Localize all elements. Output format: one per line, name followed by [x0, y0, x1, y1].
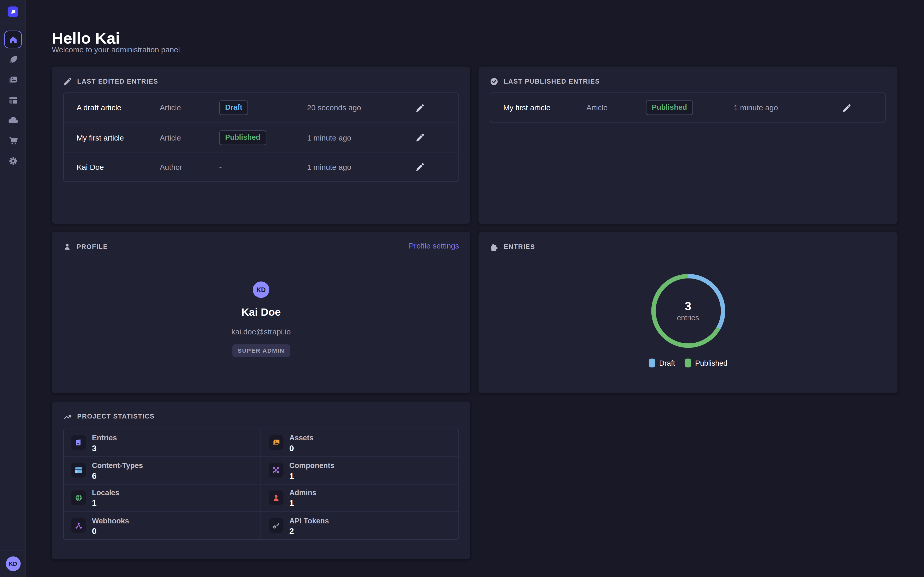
- legend-label: Draft: [659, 359, 675, 367]
- sidebar-item-media-library[interactable]: [5, 71, 21, 88]
- status-badge: Published: [219, 130, 266, 145]
- trending-up-icon: [63, 412, 72, 421]
- profile-avatar: KD: [253, 281, 269, 298]
- stat-label: Assets: [289, 434, 313, 442]
- key-icon: [269, 518, 283, 533]
- entry-time: 1 minute ago: [733, 103, 778, 112]
- chart-legend: Draft Published: [478, 358, 897, 367]
- sidebar-item-content-manager[interactable]: [5, 51, 21, 68]
- profile-settings-link[interactable]: Profile settings: [409, 241, 459, 250]
- card-title: LAST PUBLISHED ENTRIES: [504, 78, 600, 85]
- stat-value: 1: [92, 498, 97, 508]
- entry-type: Article: [160, 133, 181, 142]
- strapi-admin-dashboard: KD Hello Kai Welcome to your administrat…: [0, 0, 924, 577]
- edit-entry-button[interactable]: [415, 162, 424, 172]
- documents-icon: [71, 435, 86, 450]
- content-type-icon: [71, 463, 86, 477]
- entries-header: ENTRIES: [490, 242, 535, 251]
- stat-value: 6: [92, 471, 97, 480]
- status-badge: Draft: [219, 100, 248, 115]
- edit-entry-button[interactable]: [415, 103, 424, 113]
- stat-locales: Locales 1: [64, 484, 261, 512]
- entry-name: A draft article: [76, 103, 121, 112]
- draft-swatch-icon: [649, 358, 655, 367]
- person-icon: [63, 243, 71, 251]
- stat-label: Entries: [92, 434, 117, 442]
- table-row[interactable]: A draft article Article Draft 20 seconds…: [64, 93, 459, 122]
- cart-icon: [8, 135, 18, 145]
- stat-label: Components: [289, 461, 334, 469]
- sidebar-divider-bottom: [0, 551, 26, 551]
- entries-donut-chart: 3 entries: [651, 274, 725, 348]
- statistics-grid: Entries 3 Assets 0: [63, 429, 459, 540]
- entry-name: My first article: [76, 133, 124, 142]
- entries-total: 3: [685, 300, 691, 313]
- table-row[interactable]: My first article Article Published 1 min…: [64, 122, 459, 152]
- status-badge: Published: [646, 100, 693, 115]
- entry-name: My first article: [503, 103, 551, 112]
- legend-label: Published: [695, 359, 727, 367]
- pictures-icon: [8, 74, 18, 84]
- strapi-logo-icon[interactable]: [8, 6, 18, 17]
- published-swatch-icon: [685, 358, 691, 367]
- stat-assets: Assets 0: [261, 429, 459, 457]
- card-title: LAST EDITED ENTRIES: [77, 78, 158, 85]
- entry-time: 1 minute ago: [307, 163, 351, 171]
- sidebar-item-settings[interactable]: [5, 153, 21, 169]
- pencil-icon: [415, 133, 424, 142]
- table-row[interactable]: My first article Article Published 1 min…: [490, 93, 885, 122]
- stat-admins: Admins 1: [261, 484, 459, 512]
- layout-icon: [8, 95, 18, 105]
- card-title: ENTRIES: [504, 243, 535, 250]
- sidebar-item-content-type-builder[interactable]: [5, 92, 21, 108]
- last-edited-entries-table: A draft article Article Draft 20 seconds…: [63, 92, 459, 182]
- stat-value: 2: [289, 526, 294, 536]
- sidebar-item-marketplace[interactable]: [5, 132, 21, 148]
- profile-email: kai.doe@strapi.io: [52, 327, 470, 336]
- home-icon: [8, 35, 17, 44]
- stat-label: Admins: [289, 489, 316, 497]
- edit-entry-button[interactable]: [415, 133, 424, 142]
- stat-value: 1: [289, 471, 294, 480]
- stat-label: Content-Types: [92, 461, 143, 469]
- stat-value: 0: [92, 526, 97, 536]
- stat-webhooks: Webhooks 0: [64, 512, 261, 539]
- globe-icon: [71, 490, 86, 505]
- stat-label: Locales: [92, 489, 120, 497]
- profile-name: Kai Doe: [52, 306, 470, 319]
- stat-content-types: Content-Types 6: [64, 457, 261, 484]
- stat-value: 3: [92, 443, 97, 453]
- person-icon: [269, 490, 283, 505]
- last-edited-entries-card: LAST EDITED ENTRIES A draft article Arti…: [52, 66, 470, 224]
- edit-entry-button[interactable]: [842, 103, 851, 113]
- user-avatar[interactable]: KD: [6, 556, 20, 571]
- entry-name: Kai Doe: [76, 163, 104, 171]
- pencil-icon: [842, 103, 851, 112]
- webhooks-icon: [71, 518, 86, 533]
- sidebar-item-home[interactable]: [4, 31, 22, 48]
- main-content: Hello Kai Welcome to your administration…: [26, 0, 924, 577]
- feather-icon: [8, 54, 18, 64]
- page-subtitle: Welcome to your administration panel: [52, 45, 180, 54]
- last-published-entries-header: LAST PUBLISHED ENTRIES: [490, 76, 600, 86]
- entries-total-label: entries: [677, 314, 699, 322]
- stat-value: 0: [289, 443, 294, 453]
- sidebar: KD: [0, 0, 26, 577]
- project-statistics-header: PROJECT STATISTICS: [63, 412, 155, 421]
- entry-type: Article: [586, 103, 607, 112]
- table-row[interactable]: Kai Doe Author - 1 minute ago: [64, 152, 459, 181]
- pencil-icon: [415, 103, 424, 112]
- entries-card: ENTRIES 3 entries Draft P: [478, 232, 897, 393]
- card-title: PROJECT STATISTICS: [77, 413, 155, 420]
- stat-api-tokens: API Tokens 2: [261, 512, 459, 539]
- last-edited-entries-header: LAST EDITED ENTRIES: [63, 76, 158, 86]
- status-empty: -: [219, 163, 222, 171]
- sidebar-divider-top: [0, 24, 26, 24]
- pencil-icon: [63, 77, 72, 85]
- pencil-icon: [415, 163, 424, 171]
- check-circle-icon: [490, 77, 498, 85]
- sidebar-item-deploy[interactable]: [5, 112, 21, 128]
- last-published-entries-card: LAST PUBLISHED ENTRIES My first article …: [478, 66, 897, 224]
- profile-header: PROFILE: [63, 242, 108, 251]
- legend-item-draft: Draft: [649, 358, 675, 367]
